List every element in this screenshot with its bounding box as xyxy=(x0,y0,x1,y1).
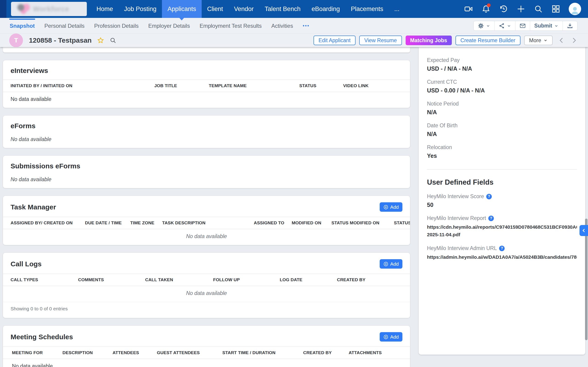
search-applicant-icon[interactable] xyxy=(110,37,116,44)
relocation-field: Relocation Yes xyxy=(427,144,577,159)
current-ctc-field: Current CTC USD - 0.00 / N/A - N/A xyxy=(427,79,577,94)
task-manager-title: Task Manager xyxy=(10,203,56,211)
tab-employment-test-results[interactable]: Employment Test Results xyxy=(199,18,262,34)
nav-item-talent-bench[interactable]: Talent Bench xyxy=(259,0,306,18)
chevron-left-icon xyxy=(558,37,565,44)
next-applicant-button[interactable] xyxy=(571,37,578,44)
help-icon[interactable]: ? xyxy=(486,194,492,199)
panel-collapse-button[interactable] xyxy=(579,225,588,236)
gear-icon xyxy=(478,23,484,29)
task-manager-table-header: ASSIGNED BY/ CREATED ON DUE DATE / TIME … xyxy=(3,217,410,229)
submit-label: Submit xyxy=(534,23,552,29)
plus-circle-icon xyxy=(383,205,389,210)
meeting-schedules-title: Meeting Schedules xyxy=(10,333,73,341)
plus-circle-icon xyxy=(383,261,389,267)
create-resume-builder-button[interactable]: Create Resume Builder xyxy=(456,35,520,45)
task-manager-empty-row: No data available xyxy=(3,229,410,245)
share-button[interactable] xyxy=(494,21,515,31)
navbar-icons xyxy=(464,3,581,15)
user-avatar[interactable] xyxy=(569,3,581,15)
email-button[interactable] xyxy=(515,21,530,31)
top-navbar: Workforce Home Job Posting Applicants Cl… xyxy=(0,0,588,18)
meeting-schedules-table-header: MEETING FOR DESCRIPTION ATTENDEES GUEST … xyxy=(3,347,410,359)
previous-applicant-button[interactable] xyxy=(558,37,565,44)
nav-item-applicants[interactable]: Applicants xyxy=(162,0,202,18)
expected-pay-field: Expected Pay USD - / N/A - N/A xyxy=(427,57,577,72)
heymilo-interview-admin-url-field: HeyMilo Interview Admin URL ? https://ad… xyxy=(427,245,577,261)
app-logo[interactable]: Workforce xyxy=(11,2,87,16)
report-url-line2[interactable]: 2025-11-04.pdf xyxy=(427,231,577,239)
logo-mark xyxy=(17,4,30,14)
heymilo-interview-score-field: HeyMilo Interview Score ? 50 xyxy=(427,193,577,208)
meeting-schedules-empty-row: No data available xyxy=(3,359,410,367)
more-button[interactable]: More xyxy=(524,35,553,45)
chevron-down-icon xyxy=(486,24,490,28)
history-icon[interactable] xyxy=(499,4,508,14)
eforms-title: eForms xyxy=(10,122,35,130)
download-icon xyxy=(567,23,573,29)
call-logs-add-button[interactable]: Add xyxy=(380,259,402,269)
eforms-empty-row: No data available xyxy=(3,132,410,148)
nav-item-job-posting[interactable]: Job Posting xyxy=(119,0,162,18)
nav-item-client[interactable]: Client xyxy=(202,0,229,18)
nav-item-eboarding[interactable]: eBoarding xyxy=(306,0,345,18)
nav-item-placements[interactable]: Placements xyxy=(346,0,389,18)
applicant-avatar: T xyxy=(9,33,23,47)
notifications-bell-icon[interactable] xyxy=(481,4,491,14)
help-icon[interactable]: ? xyxy=(499,246,505,251)
search-icon[interactable] xyxy=(534,4,543,14)
tabs-overflow-ellipsis[interactable]: ••• xyxy=(303,18,310,34)
navbar-edge-strip xyxy=(0,0,6,18)
call-logs-empty-row: No data available xyxy=(3,286,410,302)
help-icon[interactable]: ? xyxy=(488,216,494,221)
meeting-schedules-card: Meeting Schedules Add MEETING FOR DESCRI… xyxy=(3,326,410,367)
admin-url-line[interactable]: https://admin.heymilo.ai/w/DAD1A0A7/a/A5… xyxy=(427,253,577,261)
logo-text: Workforce xyxy=(33,5,69,13)
call-logs-table-header: CALL TYPES COMMENTS CALL TAKEN FOLLOW UP… xyxy=(3,274,410,286)
notice-period-field: Notice Period N/A xyxy=(427,101,577,116)
nav-item-home[interactable]: Home xyxy=(91,0,119,18)
applicant-header: T 120858 - Testpasan Edit Applicant View… xyxy=(0,34,588,47)
einterviews-card: eInterviews INITIATED BY / INITIATED ON … xyxy=(3,60,410,108)
heymilo-interview-report-field: HeyMilo Interview Report ? https://cdn.h… xyxy=(427,215,577,238)
applicant-tabbar: Snapshot Personal Details Profession Det… xyxy=(0,18,588,34)
plus-circle-icon xyxy=(383,334,389,340)
settings-gear-button[interactable] xyxy=(474,21,494,31)
view-resume-button[interactable]: View Resume xyxy=(359,35,402,45)
main-navigation: Home Job Posting Applicants Client Vendo… xyxy=(91,0,405,18)
meeting-schedules-add-button[interactable]: Add xyxy=(380,332,402,342)
tab-profession-details[interactable]: Profession Details xyxy=(94,18,138,34)
add-plus-icon[interactable] xyxy=(516,4,526,14)
matching-jobs-button[interactable]: Matching Jobs xyxy=(406,35,452,45)
einterviews-table-header: INITIATED BY / INITIATED ON JOB TITLE TE… xyxy=(3,80,410,92)
vertical-scrollbar[interactable] xyxy=(585,219,588,340)
scrolled-card-bottom xyxy=(3,47,410,52)
report-url-line1[interactable]: https://cdn.heymilo.ai/reports/C9740159D… xyxy=(427,223,577,231)
video-call-icon[interactable] xyxy=(464,4,473,14)
mail-icon xyxy=(519,23,526,29)
chevron-right-icon xyxy=(571,37,578,44)
panel-divider xyxy=(427,169,577,169)
nav-item-more[interactable]: ... xyxy=(389,0,405,18)
favorite-star-icon[interactable] xyxy=(97,37,104,44)
task-manager-add-button[interactable]: Add xyxy=(380,202,402,212)
call-logs-card: Call Logs Add CALL TYPES COMMENTS CALL T… xyxy=(3,253,410,318)
submissions-eforms-empty-row: No data available xyxy=(3,172,410,188)
submit-button[interactable]: Submit xyxy=(530,21,562,31)
tab-snapshot[interactable]: Snapshot xyxy=(10,18,35,34)
tab-activities[interactable]: Activities xyxy=(271,18,293,34)
edit-applicant-button[interactable]: Edit Applicant xyxy=(313,35,355,45)
download-button[interactable] xyxy=(562,21,577,31)
chevron-down-icon xyxy=(507,24,511,28)
chevron-left-icon xyxy=(581,228,586,233)
chevron-down-icon xyxy=(554,24,558,28)
tab-personal-details[interactable]: Personal Details xyxy=(44,18,85,34)
applicant-summary-panel: Expected Pay USD - / N/A - N/A Current C… xyxy=(419,47,585,355)
notification-dot xyxy=(487,3,491,7)
submissions-eforms-title: Submissions eForms xyxy=(10,162,80,170)
applicant-toolbar: Submit xyxy=(473,21,578,31)
nav-item-vendor[interactable]: Vendor xyxy=(229,0,259,18)
apps-grid-icon[interactable] xyxy=(551,4,561,14)
eforms-card: eForms No data available xyxy=(3,116,410,148)
einterviews-empty-row: No data available xyxy=(3,92,410,108)
